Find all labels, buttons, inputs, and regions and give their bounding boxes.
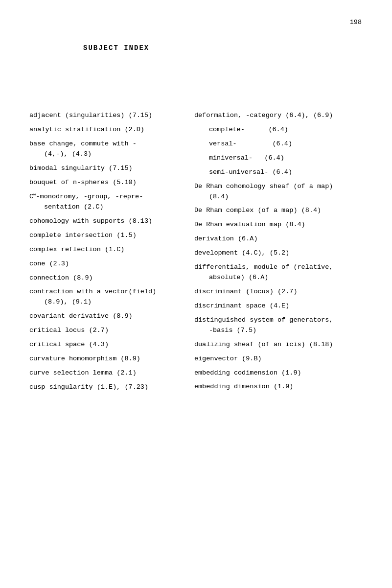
list-item: base change, commute with - (4,-), (4.3) bbox=[29, 139, 184, 160]
entry-text: cone (2.3) bbox=[29, 260, 69, 267]
entry-text: complex reflection (1.C) bbox=[29, 246, 124, 253]
entry-text: embedding codimension (1.9) bbox=[194, 369, 301, 376]
entry-text: contraction with a vector(field) bbox=[29, 288, 156, 295]
list-item: contraction with a vector(field) (8.9), … bbox=[29, 287, 184, 307]
entry-text: development (4.C), (5.2) bbox=[194, 249, 289, 257]
list-item: curvature homomorphism (8.9) bbox=[29, 354, 184, 364]
list-item: dualizing sheaf (of an icis) (8.18) bbox=[194, 340, 363, 350]
page-title: SUBJECT INDEX bbox=[83, 44, 363, 52]
entry-text: connection (8.9) bbox=[29, 274, 93, 282]
entry-text: C∞-monodromy, -group, -repre- bbox=[29, 193, 143, 200]
entry-text: eigenvector (9.B) bbox=[194, 355, 262, 362]
list-item: complete- (6.4) bbox=[194, 125, 363, 135]
list-item: derivation (6.A) bbox=[194, 234, 363, 244]
entry-continuation: (4,-), (4.3) bbox=[29, 149, 184, 160]
list-item: bouquet of n-spheres (5.10) bbox=[29, 178, 184, 188]
entry-text: discriminant space (4.E) bbox=[194, 302, 289, 309]
entry-text: bimodal singularity (7.15) bbox=[29, 165, 133, 172]
list-item: differentials, module of (relative, abso… bbox=[194, 262, 363, 283]
list-item: versal- (6.4) bbox=[194, 139, 363, 149]
entry-text: adjacent (singularities) (7.15) bbox=[29, 112, 152, 119]
entry-text: curve selection lemma (2.1) bbox=[29, 369, 137, 376]
list-item: De Rham complex (of a map) (8.4) bbox=[194, 206, 363, 216]
list-item: deformation, -category (6.4), (6.9) bbox=[194, 111, 363, 121]
list-item: cohomology with supports (8.13) bbox=[29, 216, 184, 227]
index-columns: adjacent (singularities) (7.15) analytic… bbox=[29, 111, 363, 397]
list-item: miniversal- (6.4) bbox=[194, 153, 363, 164]
list-item: semi-universal- (6.4) bbox=[194, 167, 363, 178]
list-item: C∞-monodromy, -group, -repre- sentation … bbox=[29, 192, 184, 212]
entry-text: derivation (6.A) bbox=[194, 235, 258, 242]
entry-continuation: (8.9), (9.1) bbox=[29, 297, 184, 307]
list-item: cusp singularity (1.E), (7.23) bbox=[29, 382, 184, 393]
entry-text: complete intersection (1.5) bbox=[29, 232, 137, 239]
list-item: bimodal singularity (7.15) bbox=[29, 164, 184, 174]
entry-text: De Rham evaluation map (8.4) bbox=[194, 221, 305, 228]
page: 198 SUBJECT INDEX adjacent (singularitie… bbox=[0, 0, 392, 588]
entry-text: embedding dimension (1.9) bbox=[194, 383, 294, 390]
right-column: deformation, -category (6.4), (6.9) comp… bbox=[189, 111, 363, 396]
page-number: 198 bbox=[350, 19, 362, 26]
entry-text: differentials, module of (relative, bbox=[194, 263, 333, 271]
list-item: cone (2.3) bbox=[29, 259, 184, 269]
entry-text: versal- (6.4) bbox=[194, 139, 363, 149]
entry-text: dualizing sheaf (of an icis) (8.18) bbox=[194, 341, 333, 348]
entry-text: De Rham complex (of a map) (8.4) bbox=[194, 207, 321, 214]
entry-text: critical locus (2.7) bbox=[29, 327, 109, 334]
entry-text: semi-universal- (6.4) bbox=[194, 167, 363, 178]
list-item: De Rham cohomology sheaf (of a map) (8.4… bbox=[194, 182, 363, 202]
list-item: analytic stratification (2.D) bbox=[29, 125, 184, 135]
entry-text: covariant derivative (8.9) bbox=[29, 312, 133, 320]
list-item: complex reflection (1.C) bbox=[29, 245, 184, 255]
entry-continuation: absolute) (6.A) bbox=[194, 273, 363, 283]
entry-text: distinguished system of generators, bbox=[194, 316, 333, 324]
entry-text: bouquet of n-spheres (5.10) bbox=[29, 179, 137, 186]
entry-text: cohomology with supports (8.13) bbox=[29, 217, 152, 225]
list-item: distinguished system of generators, -bas… bbox=[194, 315, 363, 336]
entry-text: analytic stratification (2.D) bbox=[29, 126, 144, 133]
list-item: critical locus (2.7) bbox=[29, 326, 184, 336]
list-item: development (4.C), (5.2) bbox=[194, 248, 363, 259]
list-item: embedding dimension (1.9) bbox=[194, 382, 363, 392]
list-item: connection (8.9) bbox=[29, 273, 184, 283]
entry-text: base change, commute with - bbox=[29, 140, 137, 147]
list-item: curve selection lemma (2.1) bbox=[29, 368, 184, 378]
entry-continuation: (8.4) bbox=[194, 192, 363, 202]
entry-text: discriminant (locus) (2.7) bbox=[194, 288, 298, 295]
left-column: adjacent (singularities) (7.15) analytic… bbox=[29, 111, 189, 397]
entry-text: miniversal- (6.4) bbox=[194, 153, 363, 164]
list-item: complete intersection (1.5) bbox=[29, 231, 184, 241]
entry-continuation: -basis (7.5) bbox=[194, 326, 363, 336]
entry-text: cusp singularity (1.E), (7.23) bbox=[29, 383, 148, 391]
entry-text: critical space (4.3) bbox=[29, 341, 109, 348]
list-item: eigenvector (9.B) bbox=[194, 354, 363, 364]
list-item: adjacent (singularities) (7.15) bbox=[29, 111, 184, 121]
list-item: embedding codimension (1.9) bbox=[194, 368, 363, 378]
list-item: critical space (4.3) bbox=[29, 340, 184, 350]
entry-text: De Rham cohomology sheaf (of a map) bbox=[194, 183, 333, 190]
list-item: covariant derivative (8.9) bbox=[29, 311, 184, 322]
entry-text: deformation, -category (6.4), (6.9) bbox=[194, 112, 333, 119]
entry-text: curvature homomorphism (8.9) bbox=[29, 355, 140, 362]
list-item: discriminant space (4.E) bbox=[194, 301, 363, 311]
entry-text: complete- (6.4) bbox=[194, 125, 363, 135]
list-item: discriminant (locus) (2.7) bbox=[194, 287, 363, 297]
list-item: De Rham evaluation map (8.4) bbox=[194, 220, 363, 230]
entry-continuation: sentation (2.C) bbox=[29, 202, 184, 212]
